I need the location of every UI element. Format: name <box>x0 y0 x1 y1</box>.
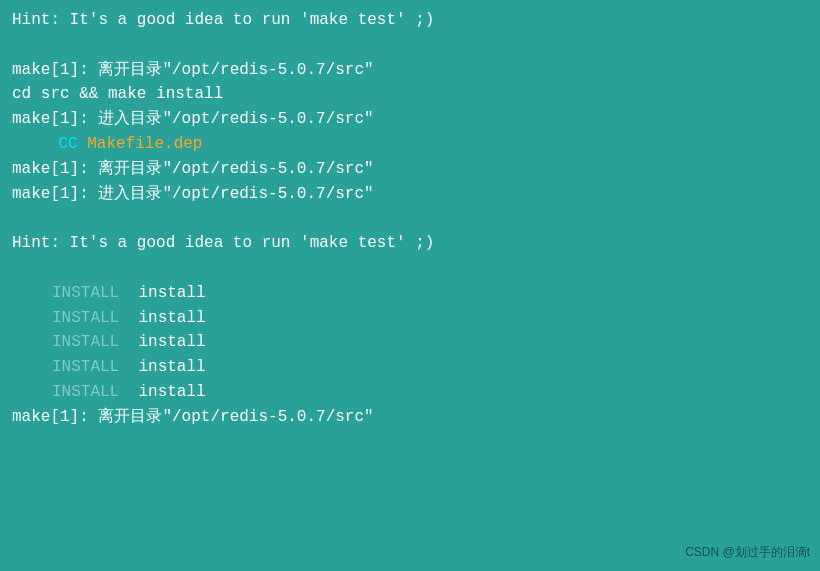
blank-line-3 <box>12 256 808 281</box>
makefile-dep: Makefile.dep <box>87 135 202 153</box>
install-line-3: INSTALL install <box>12 330 808 355</box>
make-leave-line-3: make[1]: 离开目录"/opt/redis-5.0.7/src" <box>12 405 808 430</box>
hint-line-2: Hint: It's a good idea to run 'make test… <box>12 231 808 256</box>
cd-make-install-line: cd src && make install <box>12 82 808 107</box>
install-line-4: INSTALL install <box>12 355 808 380</box>
hint-line-1: Hint: It's a good idea to run 'make test… <box>12 8 808 33</box>
blank-line-1 <box>12 33 808 58</box>
make-enter-line-2: make[1]: 进入目录"/opt/redis-5.0.7/src" <box>12 182 808 207</box>
install-line-1: INSTALL install <box>12 281 808 306</box>
make-leave-line-1: make[1]: 离开目录"/opt/redis-5.0.7/src" <box>12 58 808 83</box>
cc-keyword: CC <box>58 135 77 153</box>
install-keyword-2: INSTALL <box>52 309 119 327</box>
install-keyword-5: INSTALL <box>52 383 119 401</box>
blank-line-2 <box>12 206 808 231</box>
make-enter-line-1: make[1]: 进入目录"/opt/redis-5.0.7/src" <box>12 107 808 132</box>
install-keyword-3: INSTALL <box>52 333 119 351</box>
install-keyword-1: INSTALL <box>52 284 119 302</box>
make-leave-line-2: make[1]: 离开目录"/opt/redis-5.0.7/src" <box>12 157 808 182</box>
watermark: CSDN @划过手的泪滴t <box>685 544 810 561</box>
cc-makefile-line: CC Makefile.dep <box>12 132 808 157</box>
terminal-window: Hint: It's a good idea to run 'make test… <box>0 0 820 571</box>
install-line-2: INSTALL install <box>12 306 808 331</box>
install-line-5: INSTALL install <box>12 380 808 405</box>
install-keyword-4: INSTALL <box>52 358 119 376</box>
